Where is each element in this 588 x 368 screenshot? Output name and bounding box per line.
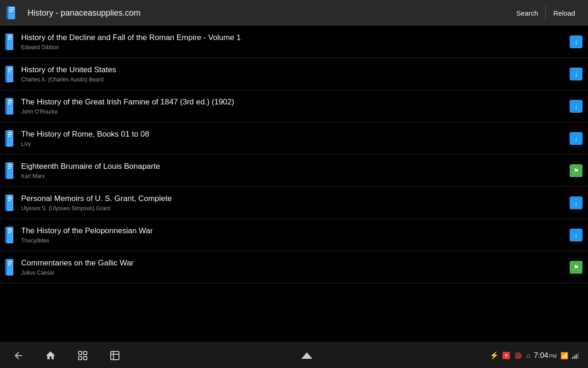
svg-rect-57 (84, 356, 87, 360)
book-author: Edward Gibbon (21, 44, 564, 51)
book-author: John O'Rourke (21, 109, 564, 115)
book-info: The History of Rome, Books 01 to 08 Livy (21, 129, 564, 147)
page-title: History - panaceasupplies.com (28, 8, 509, 18)
list-item[interactable]: Personal Memoirs of U. S. Grant, Complet… (0, 187, 588, 219)
list-item[interactable]: The History of the Great Irish Famine of… (0, 90, 588, 122)
reload-button[interactable]: Reload (545, 6, 582, 21)
menu-button[interactable] (298, 351, 316, 361)
svg-rect-27 (8, 132, 12, 133)
book-action[interactable] (569, 260, 583, 275)
svg-rect-9 (8, 35, 12, 36)
svg-rect-15 (8, 68, 12, 69)
notification-icon: ✕ (503, 352, 510, 359)
svg-rect-11 (8, 39, 11, 40)
svg-rect-52 (8, 263, 12, 264)
nav-center (298, 351, 316, 361)
flag-icon[interactable] (570, 261, 582, 274)
svg-rect-58 (111, 351, 119, 360)
back-button[interactable] (9, 348, 28, 363)
home-button[interactable] (41, 348, 60, 363)
download-icon[interactable] (570, 132, 582, 145)
book-icon (5, 194, 21, 212)
svg-rect-23 (8, 104, 11, 104)
book-icon (5, 258, 21, 276)
book-action[interactable] (569, 34, 583, 49)
list-item[interactable]: History of the United States Charles A. … (0, 58, 588, 90)
svg-rect-39 (8, 196, 12, 197)
book-title: The History of Rome, Books 01 to 08 (21, 129, 564, 139)
book-info: Eighteenth Brumaire of Louis Bonaparte K… (21, 161, 564, 179)
book-info: The History of the Great Irish Famine of… (21, 97, 564, 115)
status-bar: ⚡ ✕ 🐞 ⌂ 7:04PM 📶 (490, 351, 579, 360)
download-icon[interactable] (570, 68, 582, 80)
book-icon (5, 65, 21, 83)
book-author: Ulysses S. (Ulysses Simpson) Grant (21, 205, 564, 212)
book-icon (5, 226, 21, 244)
svg-rect-33 (8, 164, 12, 165)
book-author: Karl Marx (21, 173, 564, 179)
wifi-icon: 📶 (560, 352, 568, 359)
book-info: Personal Memoirs of U. S. Grant, Complet… (21, 194, 564, 212)
list-item[interactable]: Eighteenth Brumaire of Louis Bonaparte K… (0, 155, 588, 187)
book-info: History of the Decline and Fall of the R… (21, 33, 564, 51)
svg-rect-51 (8, 261, 12, 262)
svg-rect-40 (8, 198, 12, 199)
svg-rect-56 (79, 356, 82, 360)
book-action[interactable] (569, 67, 583, 81)
svg-rect-2 (8, 6, 15, 19)
bug-icon: 🐞 (514, 351, 523, 360)
svg-rect-54 (79, 351, 82, 355)
svg-rect-10 (8, 37, 12, 38)
book-action[interactable] (569, 228, 583, 242)
svg-rect-5 (9, 11, 13, 12)
download-icon[interactable] (570, 229, 582, 242)
svg-rect-53 (8, 264, 11, 265)
svg-rect-16 (8, 69, 12, 70)
book-action[interactable] (569, 196, 583, 210)
nav-left (9, 348, 124, 363)
book-action[interactable] (569, 99, 583, 114)
book-author: Livy (21, 141, 564, 147)
svg-rect-3 (9, 7, 14, 8)
list-item[interactable]: The History of Rome, Books 01 to 08 Livy (0, 122, 588, 155)
svg-rect-35 (8, 168, 11, 169)
download-icon[interactable] (570, 35, 582, 48)
book-info: Commentaries on the Gallic War Julius Ca… (21, 258, 564, 276)
download-icon[interactable] (570, 196, 582, 209)
svg-rect-46 (8, 230, 12, 231)
book-icon (5, 129, 21, 148)
screenshot-button[interactable] (106, 348, 124, 363)
signal-bars (572, 352, 579, 359)
book-title: Eighteenth Brumaire of Louis Bonaparte (21, 161, 564, 172)
usb-icon: ⚡ (490, 351, 499, 360)
book-title: Commentaries on the Gallic War (21, 258, 564, 268)
svg-rect-45 (8, 229, 12, 230)
top-bar: History - panaceasupplies.com Search Rel… (0, 0, 588, 26)
top-bar-actions: Search Reload (509, 6, 582, 21)
home-status-icon: ⌂ (526, 352, 530, 359)
book-list: History of the Decline and Fall of the R… (0, 26, 588, 342)
list-item[interactable]: Commentaries on the Gallic War Julius Ca… (0, 251, 588, 283)
download-icon[interactable] (570, 100, 582, 113)
svg-rect-55 (84, 351, 87, 355)
book-info: History of the United States Charles A. … (21, 65, 564, 83)
list-item[interactable]: The History of the Peloponnesian War Thu… (0, 219, 588, 251)
book-title: Personal Memoirs of U. S. Grant, Complet… (21, 194, 564, 204)
svg-rect-17 (8, 71, 11, 72)
search-button[interactable]: Search (509, 6, 546, 21)
book-action[interactable] (569, 163, 583, 178)
svg-rect-47 (8, 232, 11, 233)
flag-icon[interactable] (570, 164, 582, 177)
list-item[interactable]: History of the Decline and Fall of the R… (0, 26, 588, 58)
recents-button[interactable] (74, 348, 92, 363)
svg-rect-21 (8, 100, 12, 101)
book-icon (5, 33, 21, 51)
svg-rect-28 (8, 134, 12, 135)
book-icon (5, 161, 21, 180)
book-title: History of the United States (21, 65, 564, 75)
book-action[interactable] (569, 131, 583, 146)
svg-rect-22 (8, 102, 12, 103)
book-info: The History of the Peloponnesian War Thu… (21, 226, 564, 244)
book-author: Julius Caesar (21, 270, 564, 276)
svg-rect-34 (8, 166, 12, 167)
